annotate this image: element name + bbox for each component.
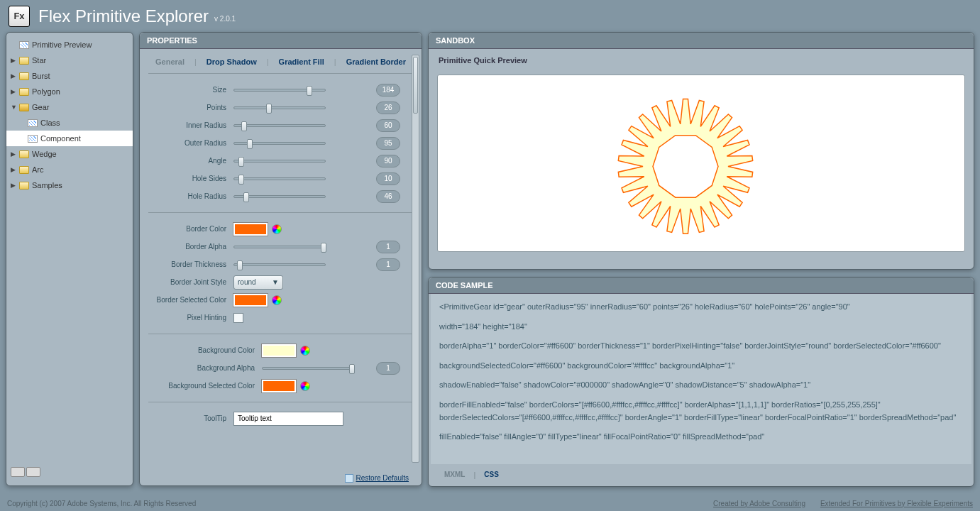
arrow-right-icon: ▶	[11, 182, 19, 189]
tree-root[interactable]: Primitive Preview	[6, 37, 133, 53]
hole-sides-value: 10	[376, 172, 400, 185]
hole-radius-slider[interactable]	[233, 195, 326, 198]
app-title: Flex Primitive Explorer	[38, 6, 209, 26]
arrow-down-icon: ▼	[11, 104, 19, 111]
pixel-hinting-checkbox[interactable]	[233, 313, 243, 323]
tab-css[interactable]: CSS	[477, 468, 506, 482]
pixel-hinting-label: Pixel Hinting	[148, 314, 233, 322]
tree-item-samples[interactable]: ▶Samples	[6, 177, 133, 193]
chevron-down-icon: ▼	[272, 278, 279, 286]
tab-gradient-border[interactable]: Gradient Border	[339, 55, 413, 69]
scrollbar[interactable]	[412, 55, 419, 463]
inner-radius-value: 60	[376, 119, 400, 132]
preview-canvas	[437, 75, 965, 252]
folder-icon	[19, 150, 29, 158]
class-icon	[28, 119, 38, 127]
bg-alpha-slider[interactable]	[262, 367, 354, 370]
hole-radius-label: Hole Radius	[148, 192, 233, 200]
arrow-right-icon: ▶	[11, 150, 19, 158]
tab-drop-shadow[interactable]: Drop Shadow	[199, 55, 264, 69]
points-value: 26	[376, 101, 400, 114]
border-joint-combo[interactable]: round▼	[233, 275, 283, 290]
angle-label: Angle	[148, 157, 233, 165]
outer-radius-label: Outer Radius	[148, 139, 233, 147]
color-picker-icon[interactable]	[272, 224, 282, 234]
tree-item-arc[interactable]: ▶Arc	[6, 162, 133, 177]
tooltip-label: ToolTip	[148, 414, 233, 422]
bg-sel-swatch[interactable]	[262, 380, 296, 392]
hole-sides-slider[interactable]	[233, 177, 326, 180]
folder-icon	[19, 57, 29, 65]
border-thickness-value: 1	[376, 258, 400, 271]
tooltip-input[interactable]	[233, 412, 343, 426]
bg-color-swatch[interactable]	[262, 344, 296, 357]
color-picker-icon[interactable]	[300, 346, 310, 356]
copyright: Copyright (c) 2007 Adobe Systems, Inc. A…	[7, 500, 196, 507]
restore-defaults-link[interactable]: Restore Defaults	[356, 474, 409, 482]
tree: Primitive Preview ▶Star▶Burst▶Polygon▼Ge…	[6, 37, 133, 463]
arrow-right-icon: ▶	[11, 166, 19, 173]
outer-radius-slider[interactable]	[233, 142, 326, 145]
footer-link-adobe[interactable]: Created by Adobe Consulting	[713, 500, 805, 507]
properties-header: PROPERTIES	[140, 33, 422, 49]
sandbox-header: SANDBOX	[429, 33, 974, 49]
preview-icon	[19, 41, 29, 49]
arrow-right-icon: ▶	[11, 57, 19, 64]
size-slider[interactable]	[233, 89, 326, 92]
hole-radius-value: 46	[376, 190, 400, 203]
folder-icon	[19, 72, 29, 80]
border-sel-label: Border Selected Color	[148, 296, 233, 304]
inner-radius-label: Inner Radius	[148, 121, 233, 129]
tree-item-burst[interactable]: ▶Burst	[6, 68, 133, 84]
hole-sides-label: Hole Sides	[148, 175, 233, 182]
border-thickness-label: Border Thickness	[148, 260, 233, 268]
code-tabs: MXML | CSS	[429, 464, 974, 486]
color-picker-icon[interactable]	[300, 381, 310, 391]
tree-item-class[interactable]: Class	[6, 115, 133, 131]
size-value: 184	[376, 84, 400, 97]
points-slider[interactable]	[233, 106, 326, 109]
app-logo-icon: Fx	[9, 6, 30, 27]
view-list-icon[interactable]	[11, 467, 25, 477]
properties-panel: PROPERTIES General|Drop Shadow|Gradient …	[139, 32, 422, 486]
tree-item-component[interactable]: Component	[6, 131, 133, 146]
scrollbar-thumb[interactable]	[413, 57, 418, 114]
size-label: Size	[148, 86, 233, 94]
angle-value: 90	[376, 155, 400, 167]
border-thickness-slider[interactable]	[233, 263, 326, 266]
tree-item-polygon[interactable]: ▶Polygon	[6, 84, 133, 99]
folder-icon	[19, 182, 29, 189]
border-alpha-value: 1	[376, 241, 400, 253]
arrow-right-icon: ▶	[11, 72, 19, 79]
properties-tabs: General|Drop Shadow|Gradient Fill|Gradie…	[148, 55, 413, 74]
app-header: Fx Flex Primitive Explorer v 2.0.1	[0, 0, 980, 32]
code-header: CODE SAMPLE	[429, 278, 974, 294]
folder-icon	[19, 88, 29, 96]
gear-primitive	[607, 88, 764, 244]
tree-item-gear[interactable]: ▼Gear	[6, 99, 133, 115]
sidebar: Primitive Preview ▶Star▶Burst▶Polygon▼Ge…	[6, 32, 133, 486]
border-color-swatch[interactable]	[233, 223, 268, 236]
bg-alpha-value: 1	[376, 362, 400, 375]
bg-alpha-label: Background Alpha	[148, 364, 262, 372]
points-label: Points	[148, 104, 233, 111]
tab-general[interactable]: General	[148, 55, 192, 69]
tree-item-star[interactable]: ▶Star	[6, 53, 133, 68]
view-grid-icon[interactable]	[26, 467, 40, 477]
tab-gradient-fill[interactable]: Gradient Fill	[272, 55, 331, 69]
color-picker-icon[interactable]	[272, 295, 282, 305]
code-panel: CODE SAMPLE <PrimitiveGear id="gear" out…	[428, 277, 974, 487]
border-alpha-slider[interactable]	[233, 246, 326, 248]
bg-sel-label: Background Selected Color	[148, 382, 262, 390]
tree-item-wedge[interactable]: ▶Wedge	[6, 146, 133, 162]
bg-color-label: Background Color	[148, 346, 262, 354]
angle-slider[interactable]	[233, 160, 326, 163]
border-color-label: Border Color	[148, 225, 233, 233]
tab-mxml[interactable]: MXML	[437, 468, 472, 482]
border-sel-swatch[interactable]	[233, 294, 268, 307]
footer-link-flexible[interactable]: Extended For Primitives by Flexible Expe…	[820, 500, 973, 507]
code-body[interactable]: <PrimitiveGear id="gear" outerRadius="95…	[431, 294, 971, 464]
inner-radius-slider[interactable]	[233, 124, 326, 127]
app-version: v 2.0.1	[214, 15, 236, 23]
arrow-right-icon: ▶	[11, 88, 19, 95]
